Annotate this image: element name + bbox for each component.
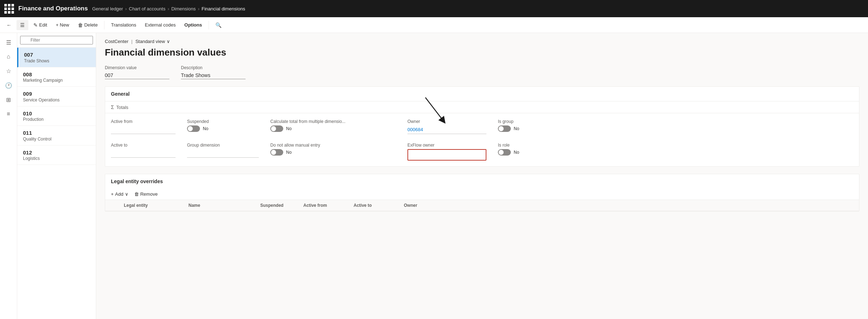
is-group-toggle-row: No <box>498 125 563 132</box>
list-item-009[interactable]: 009 Service Operations <box>17 87 96 106</box>
list-item-010-num: 010 <box>23 110 90 117</box>
overrides-table-header: Legal entity Name Suspended Active from … <box>105 200 859 211</box>
owner-value[interactable]: 000684 <box>407 125 486 134</box>
recent-nav-icon[interactable]: 🕐 <box>2 79 15 92</box>
list-item-012-num: 012 <box>23 149 90 156</box>
workspaces-nav-icon[interactable]: ⊞ <box>2 93 15 106</box>
delete-button[interactable]: 🗑 Delete <box>74 20 102 30</box>
col-active-to: Active to <box>354 203 404 208</box>
list-item-008[interactable]: 008 Marketing Campaign <box>17 67 96 87</box>
view-dropdown[interactable]: Standard view ∨ <box>135 39 170 44</box>
is-role-field: Is role No <box>498 143 563 161</box>
list-item-008-name: Marketing Campaign <box>23 78 90 83</box>
description-label: Description <box>181 65 246 70</box>
overrides-header: Legal entity overrides <box>105 174 859 189</box>
list-item-007[interactable]: 007 Trade Shows <box>17 48 96 67</box>
external-codes-button[interactable]: External codes <box>141 20 179 30</box>
group-dimension-field: Group dimension <box>187 143 259 161</box>
add-label: Add <box>115 191 123 197</box>
breadcrumb: General ledger › Chart of accounts › Dim… <box>92 6 245 11</box>
options-button[interactable]: Options <box>181 20 206 30</box>
favorites-nav-icon[interactable]: ☆ <box>2 65 15 77</box>
calc-total-toggle-wrap: No <box>270 125 396 132</box>
col-checkbox <box>111 203 124 208</box>
breadcrumb-sep-3: › <box>198 6 199 11</box>
back-button[interactable]: ← <box>3 20 15 30</box>
do-not-allow-toggle-label: No <box>286 150 291 155</box>
modules-nav-icon[interactable]: ≡ <box>2 108 15 120</box>
list-item-011[interactable]: 011 Quality Control <box>17 126 96 146</box>
general-row-2: Active to Group dimension Do not allow m… <box>111 143 853 161</box>
list-item-012[interactable]: 012 Logistics <box>17 146 96 165</box>
new-button[interactable]: + New <box>52 20 73 30</box>
breadcrumb-general-ledger[interactable]: General ledger <box>92 6 123 11</box>
list-item-011-num: 011 <box>23 129 90 137</box>
is-role-label: Is role <box>498 143 563 148</box>
add-button[interactable]: + Add ∨ <box>111 191 129 197</box>
calc-total-toggle[interactable] <box>270 125 283 132</box>
active-to-field: Active to <box>111 143 176 161</box>
description-value[interactable]: Trade Shows <box>181 72 246 79</box>
breadcrumb-sep-1: › <box>125 6 127 11</box>
view-label: CostCenter <box>105 39 129 44</box>
group-dimension-label: Group dimension <box>187 143 259 148</box>
is-group-toggle-wrap: No <box>498 125 563 132</box>
suspended-toggle-label: No <box>203 126 208 131</box>
filter-input[interactable] <box>20 36 93 44</box>
top-bar: Finance and Operations General ledger › … <box>0 0 868 17</box>
dimension-value[interactable]: 007 <box>105 72 169 79</box>
separator-1 <box>104 21 104 29</box>
list-item-009-num: 009 <box>23 90 90 97</box>
list-item-008-num: 008 <box>23 71 90 78</box>
separator-2 <box>209 21 209 29</box>
owner-field: Owner 000684 <box>407 119 486 134</box>
suspended-toggle-row: No <box>187 125 259 132</box>
list-item-007-name: Trade Shows <box>24 58 90 63</box>
active-from-value[interactable] <box>111 125 176 134</box>
is-group-toggle-label: No <box>514 126 519 131</box>
list-item-007-num: 007 <box>24 51 90 58</box>
calc-total-label: Calculate total from multiple dimensio..… <box>270 119 396 124</box>
list-item-010[interactable]: 010 Production <box>17 106 96 126</box>
general-section: General Σ Totals Active from Suspended <box>105 86 859 167</box>
search-button[interactable]: 🔍 <box>212 20 225 30</box>
app-menu-icon[interactable] <box>4 4 14 14</box>
is-role-toggle[interactable] <box>498 149 511 156</box>
list-item-010-name: Production <box>23 117 90 122</box>
remove-button[interactable]: 🗑 Remove <box>134 191 158 197</box>
do-not-allow-toggle[interactable] <box>270 149 283 156</box>
edit-button[interactable]: ✎ Edit <box>30 20 51 30</box>
view-separator: | <box>131 39 132 44</box>
group-dimension-value[interactable] <box>187 149 259 158</box>
list-panel: 🔍 007 Trade Shows 008 Marketing Campaign… <box>17 33 96 319</box>
breadcrumb-chart[interactable]: Chart of accounts <box>129 6 165 11</box>
exflow-owner-value[interactable] <box>407 149 486 161</box>
remove-label: Remove <box>140 191 158 197</box>
add-chevron-icon: ∨ <box>125 191 129 197</box>
breadcrumb-dimensions[interactable]: Dimensions <box>171 6 196 11</box>
hamburger-nav-icon[interactable]: ☰ <box>2 36 15 49</box>
translations-button[interactable]: Translations <box>107 20 140 30</box>
calc-total-toggle-row: No <box>270 125 396 132</box>
trash-icon: 🗑 <box>134 191 139 197</box>
dimension-value-field: Dimension value 007 <box>105 65 169 79</box>
legal-entity-overrides-section: Legal entity overrides + Add ∨ 🗑 Remove … <box>105 174 859 211</box>
suspended-toggle[interactable] <box>187 125 200 132</box>
do-not-allow-field: Do not allow manual entry No <box>270 143 396 161</box>
is-group-toggle[interactable] <box>498 125 511 132</box>
back-icon: ← <box>6 22 11 28</box>
main-layout: ☰ ⌂ ☆ 🕐 ⊞ ≡ 🔍 007 Trade Shows 008 Market… <box>0 33 868 319</box>
active-to-value[interactable] <box>111 149 176 158</box>
breadcrumb-financial-dimensions[interactable]: Financial dimensions <box>202 6 245 11</box>
col-active-from: Active from <box>303 203 354 208</box>
active-to-label: Active to <box>111 143 176 148</box>
col-suspended: Suspended <box>260 203 303 208</box>
home-nav-icon[interactable]: ⌂ <box>2 50 15 63</box>
plus-icon: + <box>111 191 114 197</box>
list-view-button[interactable]: ☰ <box>17 20 28 30</box>
suspended-toggle-wrap: No <box>187 125 259 132</box>
general-row-1: Active from Suspended No Calcu <box>111 119 853 134</box>
edit-icon: ✎ <box>33 22 38 28</box>
options-label: Options <box>185 22 202 28</box>
totals-label: Totals <box>116 105 129 110</box>
